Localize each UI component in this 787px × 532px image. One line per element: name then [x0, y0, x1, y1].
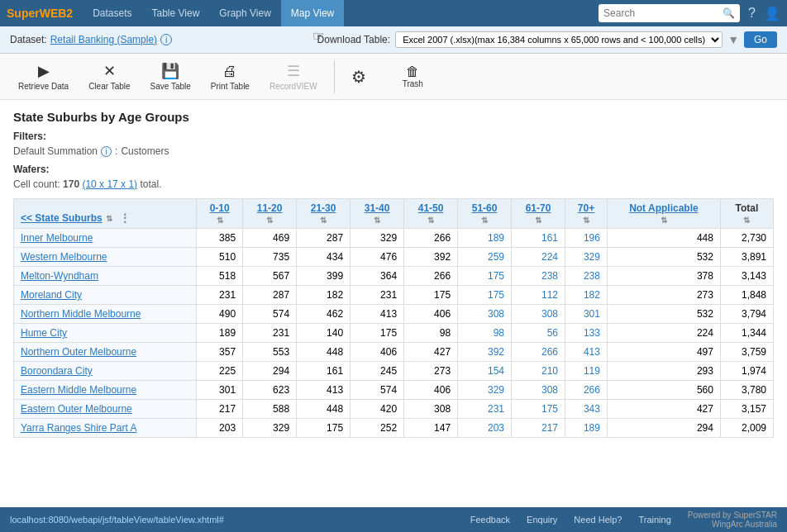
data-cell: 175	[458, 267, 512, 286]
col-sort-51-60[interactable]: ⇅	[481, 216, 488, 225]
brand-logo[interactable]: SuperWEB2	[7, 7, 73, 20]
data-cell: 203	[458, 419, 512, 438]
col-link-31-40[interactable]: 31-40	[365, 202, 390, 214]
col-sort-70plus[interactable]: ⇅	[583, 216, 589, 225]
row-name-link[interactable]: Northern Middle Melbourne	[21, 308, 141, 320]
row-name-link[interactable]: Eastern Middle Melbourne	[21, 384, 136, 396]
clear-table-button[interactable]: ✕ Clear Table	[80, 59, 138, 94]
col-sort-21-30[interactable]: ⇅	[320, 216, 327, 225]
save-table-button[interactable]: 💾 Save Table	[142, 59, 199, 94]
col-sort-11-20[interactable]: ⇅	[266, 216, 273, 225]
nav-datasets[interactable]: Datasets	[83, 0, 141, 26]
data-cell: 476	[351, 248, 404, 267]
nav-table-view[interactable]: Table View	[142, 0, 210, 26]
search-box[interactable]: 🔍	[599, 4, 740, 22]
row-name-link[interactable]: Yarra Ranges Shire Part A	[21, 422, 137, 434]
row-sort-icon[interactable]: ⇅	[106, 214, 112, 223]
data-cell: 357	[197, 343, 243, 362]
row-header-cell: Hume City	[14, 324, 197, 343]
col-link-61-70[interactable]: 61-70	[526, 202, 551, 214]
data-cell: 329	[351, 229, 404, 248]
filter-info-icon[interactable]: i	[101, 146, 112, 157]
clear-icon: ✕	[103, 62, 116, 80]
data-cell: 329	[565, 248, 608, 267]
trash-button[interactable]: 🗑 Trash	[394, 61, 432, 92]
row-name-link[interactable]: Moreland City	[21, 289, 82, 301]
data-cell: 462	[297, 305, 351, 324]
data-cell: 3,891	[720, 248, 773, 267]
row-header-cell: Eastern Middle Melbourne	[14, 381, 197, 400]
data-cell: 343	[565, 400, 608, 419]
download-format-select[interactable]: Excel 2007 (.xlsx)(max 16,384 columns x …	[395, 31, 723, 48]
data-cell: 532	[607, 248, 720, 267]
data-cell: 161	[297, 362, 351, 381]
print-table-button[interactable]: 🖨 Print Table	[203, 59, 258, 94]
data-cell: 427	[607, 400, 720, 419]
col-sort-not-applicable[interactable]: ⇅	[661, 216, 667, 225]
col-link-not-applicable[interactable]: Not Applicable	[629, 202, 699, 214]
data-cell: 406	[404, 305, 458, 324]
data-cell: 294	[243, 362, 297, 381]
help-icon[interactable]: ?	[748, 6, 756, 21]
col-sort-31-40[interactable]: ⇅	[374, 216, 380, 225]
data-cell: 189	[565, 419, 608, 438]
search-input[interactable]	[603, 7, 719, 19]
dataset-name-link[interactable]: Retail Banking (Sample)	[50, 34, 157, 45]
data-cell: 574	[243, 305, 297, 324]
dataset-info-icon[interactable]: i	[160, 34, 172, 45]
table-row: Melton-Wyndham51856739936426617523823837…	[14, 267, 774, 286]
col-sort-0-10[interactable]: ⇅	[217, 216, 223, 225]
col-link-0-10[interactable]: 0-10	[210, 202, 230, 214]
settings-button[interactable]: ⚙	[343, 64, 374, 90]
row-header-link[interactable]: << State Suburbs	[21, 212, 103, 224]
data-cell: 98	[458, 324, 512, 343]
data-cell: 252	[351, 419, 404, 438]
wafers-label: Wafers:	[13, 164, 774, 175]
row-name-link[interactable]: Melton-Wyndham	[21, 270, 98, 282]
data-cell: 497	[607, 343, 720, 362]
data-cell: 364	[351, 267, 404, 286]
nav-graph-view[interactable]: Graph View	[209, 0, 280, 26]
col-header-not-applicable: Not Applicable ⇅	[607, 199, 720, 229]
col-link-70plus[interactable]: 70+	[578, 202, 594, 214]
data-cell: 735	[243, 248, 297, 267]
table-header-row: << State Suburbs ⇅ ⋮ 0-10 ⇅ 11-20	[14, 199, 774, 229]
row-menu-icon[interactable]: ⋮	[119, 211, 131, 225]
nav-map-view[interactable]: Map View	[281, 0, 344, 26]
data-cell: 518	[197, 267, 243, 286]
cell-count-value: 170	[63, 178, 79, 190]
col-sort-total[interactable]: ⇅	[743, 216, 750, 225]
data-cell: 3,759	[720, 343, 773, 362]
col-link-41-50[interactable]: 41-50	[418, 202, 444, 214]
col-header-11-20: 11-20 ⇅	[243, 199, 297, 229]
download-area: Download Table: Excel 2007 (.xlsx)(max 1…	[317, 31, 777, 48]
data-cell: 133	[565, 324, 608, 343]
search-icon[interactable]: 🔍	[723, 7, 735, 19]
col-link-21-30[interactable]: 21-30	[311, 202, 336, 214]
go-button[interactable]: Go	[744, 31, 777, 48]
data-cell: 231	[197, 286, 243, 305]
col-sort-41-50[interactable]: ⇅	[427, 216, 434, 225]
col-link-51-60[interactable]: 51-60	[472, 202, 498, 214]
data-cell: 385	[197, 229, 243, 248]
row-name-link[interactable]: Boroondara City	[21, 365, 93, 377]
retrieve-data-button[interactable]: ▶ Retrieve Data	[10, 59, 77, 94]
user-icon[interactable]: 👤	[764, 6, 780, 21]
data-cell: 175	[297, 419, 351, 438]
cell-count-detail-link[interactable]: (10 x 17 x 1)	[82, 178, 137, 190]
print-label: Print Table	[211, 82, 250, 91]
data-cell: 3,780	[720, 381, 773, 400]
col-link-11-20[interactable]: 11-20	[257, 202, 283, 214]
row-name-link[interactable]: Northern Outer Melbourne	[21, 346, 136, 358]
col-sort-61-70[interactable]: ⇅	[535, 216, 541, 225]
row-name-link[interactable]: Eastern Outer Melbourne	[21, 403, 132, 415]
brand-name: SuperWEB	[7, 7, 66, 20]
filter-sep: :	[115, 145, 117, 157]
row-name-link[interactable]: Western Melbourne	[21, 251, 107, 263]
data-cell: 1,974	[720, 362, 773, 381]
row-name-link[interactable]: Hume City	[21, 327, 67, 339]
row-name-link[interactable]: Inner Melbourne	[21, 232, 93, 244]
download-dropdown-icon[interactable]: ▼	[727, 33, 739, 46]
record-view-button[interactable]: ☰ RecordVIEW	[261, 59, 326, 94]
data-cell: 308	[512, 305, 565, 324]
